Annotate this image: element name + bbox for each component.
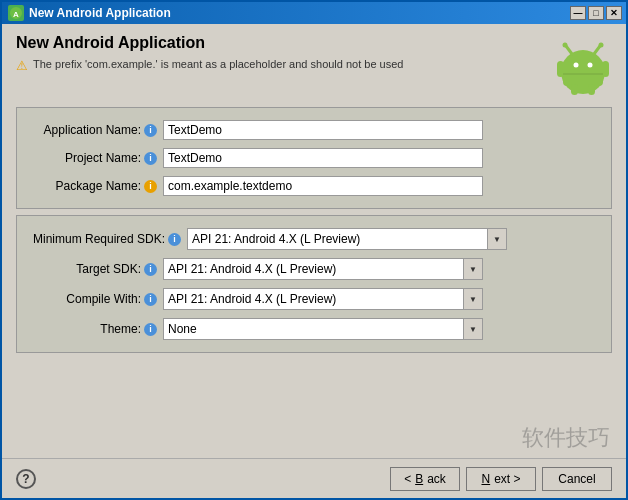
- minimize-button[interactable]: —: [570, 6, 586, 20]
- application-name-info-icon[interactable]: i: [144, 124, 157, 137]
- title-bar: A New Android Application — □ ✕: [2, 2, 626, 24]
- android-logo: [554, 34, 612, 99]
- svg-rect-13: [588, 84, 595, 95]
- package-name-row: Package Name: i: [33, 176, 595, 196]
- application-name-row: Application Name: i: [33, 120, 595, 140]
- name-fields-section: Application Name: i Project Name: i Pack…: [16, 107, 612, 209]
- compile-with-row: Compile With: i API 21: Android 4.X (L P…: [33, 288, 595, 310]
- package-name-input[interactable]: [163, 176, 483, 196]
- warning-icon: ⚠: [16, 58, 28, 73]
- svg-point-9: [588, 63, 593, 68]
- svg-line-5: [594, 46, 600, 54]
- target-sdk-info-icon[interactable]: i: [144, 263, 157, 276]
- project-name-info-icon[interactable]: i: [144, 152, 157, 165]
- maximize-button[interactable]: □: [588, 6, 604, 20]
- theme-row: Theme: i None Holo Light Holo Dark ▼: [33, 318, 595, 340]
- svg-rect-7: [563, 60, 603, 86]
- min-sdk-row: Minimum Required SDK: i API 21: Android …: [33, 228, 595, 250]
- app-icon: A: [8, 5, 24, 21]
- target-sdk-select[interactable]: API 21: Android 4.X (L Preview) API 20: …: [163, 258, 483, 280]
- page-title: New Android Application: [16, 34, 554, 52]
- next-button[interactable]: Next >: [466, 467, 536, 491]
- bottom-bar: ? < Back Next > Finish Cancel: [2, 458, 626, 498]
- min-sdk-info-icon[interactable]: i: [168, 233, 181, 246]
- help-button[interactable]: ?: [16, 469, 36, 489]
- compile-with-label: Compile With:: [66, 292, 141, 306]
- svg-text:A: A: [13, 10, 19, 19]
- close-button[interactable]: ✕: [606, 6, 622, 20]
- svg-point-4: [563, 43, 568, 48]
- project-name-row: Project Name: i: [33, 148, 595, 168]
- target-sdk-row: Target SDK: i API 21: Android 4.X (L Pre…: [33, 258, 595, 280]
- min-sdk-select[interactable]: API 21: Android 4.X (L Preview) API 20: …: [187, 228, 507, 250]
- theme-label: Theme:: [100, 322, 141, 336]
- application-name-input[interactable]: [163, 120, 483, 140]
- svg-rect-11: [602, 61, 609, 77]
- theme-select[interactable]: None Holo Light Holo Dark: [163, 318, 483, 340]
- warning-text: The prefix 'com.example.' is meant as a …: [33, 58, 403, 70]
- project-name-input[interactable]: [163, 148, 483, 168]
- svg-point-6: [599, 43, 604, 48]
- back-button[interactable]: < Back: [390, 467, 460, 491]
- compile-with-select[interactable]: API 21: Android 4.X (L Preview) API 20: …: [163, 288, 483, 310]
- compile-with-info-icon[interactable]: i: [144, 293, 157, 306]
- svg-rect-10: [557, 61, 564, 77]
- application-name-label: Application Name:: [44, 123, 141, 137]
- window-title: New Android Application: [29, 6, 171, 20]
- svg-line-3: [566, 46, 572, 54]
- theme-info-icon[interactable]: i: [144, 323, 157, 336]
- svg-point-8: [574, 63, 579, 68]
- package-name-info-icon[interactable]: i: [144, 180, 157, 193]
- cancel-button[interactable]: Cancel: [542, 467, 612, 491]
- target-sdk-label: Target SDK:: [76, 262, 141, 276]
- project-name-label: Project Name:: [65, 151, 141, 165]
- min-sdk-label: Minimum Required SDK:: [33, 232, 165, 246]
- sdk-fields-section: Minimum Required SDK: i API 21: Android …: [16, 215, 612, 353]
- svg-rect-12: [571, 84, 578, 95]
- package-name-label: Package Name:: [56, 179, 141, 193]
